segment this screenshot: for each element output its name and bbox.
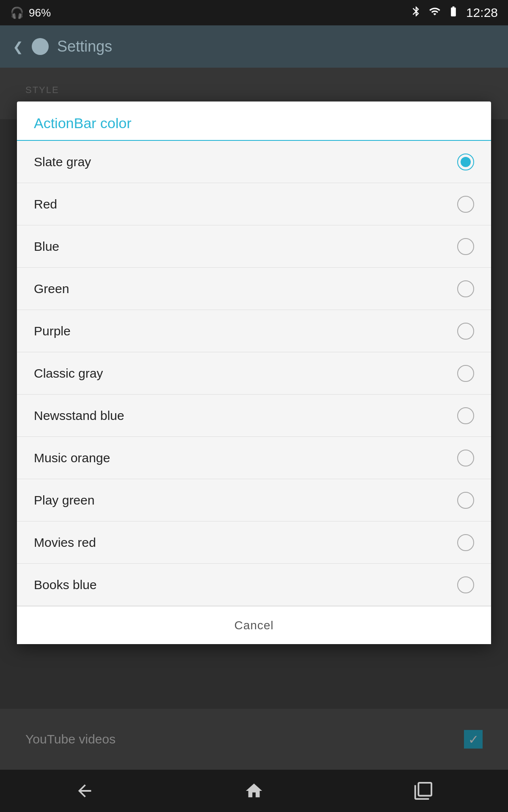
radio-green[interactable] — [457, 280, 474, 297]
color-option-newsstand-blue[interactable]: Newsstand blue — [17, 395, 491, 437]
bluetooth-icon — [410, 5, 422, 20]
battery-icon — [447, 5, 459, 20]
color-label-green: Green — [34, 282, 69, 296]
color-option-music-orange[interactable]: Music orange — [17, 437, 491, 479]
dialog-title: ActionBar color — [17, 102, 491, 141]
color-option-movies-red[interactable]: Movies red — [17, 521, 491, 564]
color-option-slate-gray[interactable]: Slate gray — [17, 141, 491, 183]
back-icon[interactable]: ❮ — [13, 39, 23, 54]
cancel-button[interactable]: Cancel — [17, 606, 491, 644]
color-label-newsstand-blue: Newsstand blue — [34, 409, 124, 423]
cancel-label: Cancel — [234, 619, 273, 632]
reddit-icon — [32, 38, 49, 55]
color-option-green[interactable]: Green — [17, 268, 491, 310]
color-label-play-green: Play green — [34, 493, 94, 508]
app-bar: ❮ Settings — [0, 25, 508, 68]
nav-bar — [0, 770, 508, 812]
nav-home-button[interactable] — [244, 781, 264, 801]
status-right: 12:28 — [410, 5, 498, 20]
color-label-classic-gray: Classic gray — [34, 366, 103, 381]
status-bar: 🎧 96% 12:28 — [0, 0, 508, 25]
radio-blue[interactable] — [457, 238, 474, 255]
color-label-purple: Purple — [34, 324, 71, 338]
battery-level: 96% — [29, 6, 51, 19]
radio-classic-gray[interactable] — [457, 365, 474, 382]
radio-music-orange[interactable] — [457, 450, 474, 466]
radio-movies-red[interactable] — [457, 534, 474, 551]
actionbar-color-dialog: ActionBar color Slate gray Red Blue Gree… — [17, 102, 491, 644]
radio-purple[interactable] — [457, 323, 474, 340]
color-option-books-blue[interactable]: Books blue — [17, 564, 491, 606]
radio-inner-slate-gray — [461, 157, 471, 167]
nav-back-button[interactable] — [75, 781, 94, 801]
color-label-blue: Blue — [34, 239, 59, 254]
wifi-icon — [429, 5, 441, 20]
headphone-icon: 🎧 — [10, 6, 24, 19]
app-bar-title: Settings — [57, 38, 112, 55]
color-label-movies-red: Movies red — [34, 535, 96, 550]
color-label-music-orange: Music orange — [34, 451, 110, 465]
radio-slate-gray[interactable] — [457, 154, 474, 170]
status-time: 12:28 — [466, 5, 498, 20]
radio-play-green[interactable] — [457, 492, 474, 509]
dialog-color-list: Slate gray Red Blue Green Purple Classi — [17, 141, 491, 606]
color-label-slate-gray: Slate gray — [34, 155, 91, 169]
status-left: 🎧 96% — [10, 6, 51, 19]
nav-recent-button[interactable] — [414, 781, 433, 801]
color-option-blue[interactable]: Blue — [17, 225, 491, 268]
color-option-play-green[interactable]: Play green — [17, 479, 491, 521]
color-label-books-blue: Books blue — [34, 578, 97, 592]
radio-books-blue[interactable] — [457, 576, 474, 593]
color-option-red[interactable]: Red — [17, 183, 491, 225]
color-option-purple[interactable]: Purple — [17, 310, 491, 352]
color-label-red: Red — [34, 197, 57, 211]
color-option-classic-gray[interactable]: Classic gray — [17, 352, 491, 395]
radio-newsstand-blue[interactable] — [457, 407, 474, 424]
radio-red[interactable] — [457, 196, 474, 213]
